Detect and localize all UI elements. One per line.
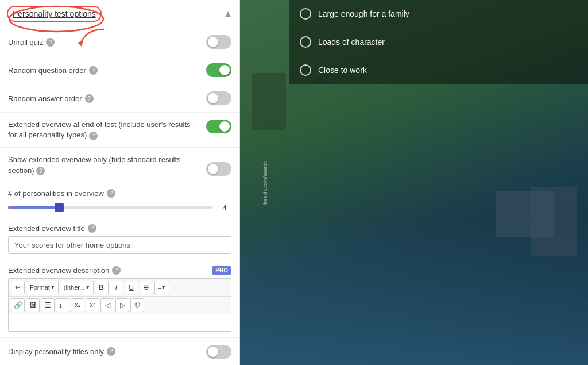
display-personality-toggle[interactable] xyxy=(206,345,231,359)
random-answer-label: Random answer order ? xyxy=(8,94,206,103)
toolbar-more-btn[interactable]: ≡▾ xyxy=(154,281,169,294)
inherit-label: (inher... xyxy=(64,284,85,291)
show-extended-row: Show extended overview only (hide standa… xyxy=(0,148,239,183)
extended-overview-help-icon[interactable]: ? xyxy=(89,132,98,140)
extended-title-input[interactable] xyxy=(8,236,231,254)
random-answer-row: Random answer order ? xyxy=(0,84,239,113)
random-question-slider xyxy=(206,63,231,77)
radio-circle-3 xyxy=(300,64,311,76)
extended-title-section: Extended overview title ? xyxy=(0,218,239,260)
panel-title[interactable]: Personality test options xyxy=(7,6,102,22)
extended-desc-section: Extended overview description ? PRO ↩ Fo… xyxy=(0,260,239,338)
toolbar-italic-btn[interactable]: I xyxy=(110,281,123,294)
extended-desc-label: Extended overview description ? xyxy=(8,266,121,275)
right-panel: freepik.com/search Large enough for a fa… xyxy=(240,0,588,365)
toolbar-image-btn[interactable]: 🖼 xyxy=(26,298,40,312)
unroll-quiz-label: Unroll quiz ? xyxy=(8,38,206,47)
random-answer-slider xyxy=(206,91,231,105)
radio-circle-1 xyxy=(300,8,311,20)
show-extended-help-icon[interactable]: ? xyxy=(36,167,45,175)
random-question-label: Random question order ? xyxy=(8,66,206,75)
unroll-quiz-help-icon[interactable]: ? xyxy=(46,38,55,47)
personalities-value: 4 xyxy=(218,203,231,212)
inherit-arrow: ▾ xyxy=(86,283,90,291)
desc-header: Extended overview description ? PRO xyxy=(8,266,231,275)
extended-title-help-icon[interactable]: ? xyxy=(88,224,96,233)
show-extended-slider xyxy=(206,162,231,176)
quiz-options-container: Large enough for a family Loads of chara… xyxy=(289,0,588,365)
quiz-option-3[interactable]: Close to work xyxy=(289,56,588,84)
format-label: Format xyxy=(30,284,50,291)
toolbar-ol-btn[interactable]: 1. xyxy=(56,298,69,312)
random-question-row: Random question order ? xyxy=(0,56,239,84)
toolbar-sub-btn[interactable]: x₂ xyxy=(71,298,84,312)
editor-toolbar: ↩ Format ▾ (inher... ▾ B I U S ≡▾ 🔗 xyxy=(8,278,231,314)
toolbar-row-1: ↩ Format ▾ (inher... ▾ B I U S ≡▾ xyxy=(9,279,231,297)
display-personality-row: Display personality titles only ? xyxy=(0,338,239,365)
toolbar-indent-btn[interactable]: ▷ xyxy=(115,298,129,312)
toolbar-format-btn[interactable]: Format ▾ xyxy=(26,281,59,294)
toolbar-ul-btn[interactable]: ☰ xyxy=(41,298,55,312)
option-text-2: Loads of character xyxy=(318,37,385,47)
left-panel: Personality test options ▲ Unroll quiz ?… xyxy=(0,0,240,365)
display-personality-label: Display personality titles only ? xyxy=(8,347,206,356)
option-text-3: Close to work xyxy=(318,66,367,75)
unroll-quiz-row: Unroll quiz ? xyxy=(0,28,239,56)
extended-overview-toggle[interactable] xyxy=(206,120,231,133)
pro-badge: PRO xyxy=(212,266,231,275)
editor-body[interactable] xyxy=(8,314,231,332)
toolbar-undo-btn[interactable]: ↩ xyxy=(11,281,25,294)
display-personality-help-icon[interactable]: ? xyxy=(107,347,115,356)
toolbar-sup-btn[interactable]: x² xyxy=(86,298,99,312)
personalities-slider-row: 4 xyxy=(8,203,231,212)
personalities-section: # of personalities in overview ? 4 xyxy=(0,183,239,218)
personalities-slider-fill xyxy=(8,206,59,209)
personalities-help-icon[interactable]: ? xyxy=(107,189,115,198)
svg-text:1.: 1. xyxy=(59,303,64,309)
toolbar-underline-btn[interactable]: U xyxy=(125,281,138,294)
display-personality-slider xyxy=(206,345,231,359)
personalities-slider-track xyxy=(8,206,212,209)
random-answer-toggle[interactable] xyxy=(206,91,231,105)
format-arrow: ▾ xyxy=(51,283,55,291)
toolbar-outdent-btn[interactable]: ◁ xyxy=(100,298,114,312)
toolbar-strikethrough-btn[interactable]: S xyxy=(140,281,153,294)
option-text-1: Large enough for a family xyxy=(318,9,409,18)
toolbar-link-btn[interactable]: 🔗 xyxy=(11,298,25,312)
extended-overview-slider xyxy=(206,120,231,133)
unroll-quiz-toggle[interactable] xyxy=(206,35,231,49)
toolbar-bold-btn[interactable]: B xyxy=(95,281,109,294)
show-extended-label: Show extended overview only (hide standa… xyxy=(8,155,200,175)
toolbar-inherit-btn[interactable]: (inher... ▾ xyxy=(60,281,94,294)
show-extended-toggle[interactable] xyxy=(206,162,231,176)
panel-header: Personality test options ▲ xyxy=(0,0,239,28)
toolbar-row-2: 🔗 🖼 ☰ 1. x₂ x² ◁ ▷ © xyxy=(9,297,231,314)
personalities-slider-thumb[interactable] xyxy=(55,203,64,212)
quiz-option-1[interactable]: Large enough for a family xyxy=(289,0,588,28)
extended-overview-label: Extended overview at end of test (includ… xyxy=(8,120,200,140)
watermark-text: freepik.com/search xyxy=(262,160,268,204)
toolbar-special-btn[interactable]: © xyxy=(130,298,144,312)
unroll-quiz-slider xyxy=(206,35,231,49)
random-answer-help-icon[interactable]: ? xyxy=(85,94,94,103)
random-question-toggle[interactable] xyxy=(206,63,231,77)
extended-title-label: Extended overview title ? xyxy=(8,224,231,233)
random-question-help-icon[interactable]: ? xyxy=(89,66,98,75)
collapse-icon[interactable]: ▲ xyxy=(223,9,233,19)
extended-desc-help-icon[interactable]: ? xyxy=(112,266,121,275)
radio-circle-2 xyxy=(300,36,311,48)
extended-overview-row: Extended overview at end of test (includ… xyxy=(0,113,239,148)
quiz-option-2[interactable]: Loads of character xyxy=(289,28,588,56)
personalities-label: # of personalities in overview ? xyxy=(8,189,231,198)
quiz-preview: freepik.com/search Large enough for a fa… xyxy=(240,0,588,365)
